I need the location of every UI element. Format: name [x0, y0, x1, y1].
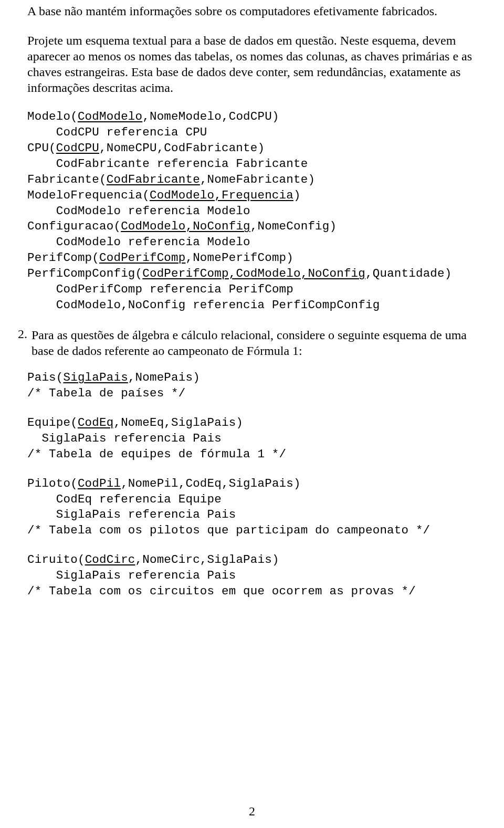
code-line: Pais(SiglaPais,NomePais): [27, 371, 200, 384]
primary-key: CodPerifComp: [99, 251, 185, 265]
list-item-2: 2. Para as questões de álgebra e cálculo…: [12, 327, 477, 359]
schema-block-1: Modelo(CodModelo,NomeModelo,CodCPU) CodC…: [27, 109, 477, 313]
code-line: /* Tabela de países */: [27, 386, 185, 400]
code-line: Configuracao(CodModelo,NoConfig,NomeConf…: [27, 219, 337, 233]
paragraph-1: A base não mantém informações sobre os c…: [27, 3, 477, 19]
code-line: Fabricante(CodFabricante,NomeFabricante): [27, 173, 315, 186]
code-line: SiglaPais referencia Pais: [27, 432, 222, 445]
primary-key: CodModelo: [78, 110, 142, 123]
code-line: PerfiCompConfig(CodPerifComp,CodModelo,N…: [27, 267, 452, 280]
code-line: /* Tabela com os circuitos em que ocorre…: [27, 584, 416, 598]
code-line: /* Tabela de equipes de fórmula 1 */: [27, 447, 286, 461]
list-item-text: Para as questões de álgebra e cálculo re…: [32, 327, 477, 359]
list-marker: 2.: [12, 327, 32, 341]
code-line: CodFabricante referencia Fabricante: [27, 157, 308, 171]
primary-key: SiglaPais: [64, 371, 128, 384]
primary-key: CodCPU: [56, 141, 99, 155]
code-line: CodEq referencia Equipe: [27, 492, 222, 506]
page: A base não mantém informações sobre os c…: [0, 0, 504, 828]
code-line: CodPerifComp referencia PerifComp: [27, 282, 293, 296]
code-line: ModeloFrequencia(CodModelo,Frequencia): [27, 188, 301, 202]
primary-key: CodCirc: [85, 553, 135, 567]
code-line: SiglaPais referencia Pais: [27, 569, 236, 582]
code-line: Equipe(CodEq,NomeEq,SiglaPais): [27, 416, 243, 429]
code-line: CPU(CodCPU,NomeCPU,CodFabricante): [27, 141, 265, 155]
page-number: 2: [0, 804, 504, 819]
code-line: CodModelo referencia Modelo: [27, 235, 250, 249]
code-line: PerifComp(CodPerifComp,NomePerifComp): [27, 251, 293, 265]
schema-block-2: Pais(SiglaPais,NomePais) /* Tabela de pa…: [27, 370, 477, 600]
primary-key: CodFabricante: [107, 173, 200, 186]
primary-key: CodModelo,Frequencia: [150, 188, 293, 202]
schema-group: Piloto(CodPil,NomePil,CodEq,SiglaPais) C…: [27, 476, 477, 539]
schema-group: Ciruito(CodCirc,NomeCirc,SiglaPais) Sigl…: [27, 552, 477, 600]
schema-group: Equipe(CodEq,NomeEq,SiglaPais) SiglaPais…: [27, 415, 477, 463]
code-line: Piloto(CodPil,NomePil,CodEq,SiglaPais): [27, 477, 301, 490]
primary-key: CodPerifComp,CodModelo,NoConfig: [142, 267, 365, 280]
code-line: SiglaPais referencia Pais: [27, 508, 236, 521]
primary-key: CodEq: [78, 416, 114, 429]
primary-key: CodModelo,NoConfig: [121, 219, 250, 233]
code-line: Ciruito(CodCirc,NomeCirc,SiglaPais): [27, 553, 279, 567]
code-line: CodModelo,NoConfig referencia PerfiCompC…: [27, 298, 380, 312]
primary-key: CodPil: [78, 477, 121, 490]
code-line: /* Tabela com os pilotos que participam …: [27, 523, 430, 537]
schema-group: Pais(SiglaPais,NomePais) /* Tabela de pa…: [27, 370, 477, 402]
code-line: CodCPU referencia CPU: [27, 125, 207, 139]
code-line: CodModelo referencia Modelo: [27, 204, 250, 218]
paragraph-2: Projete um esquema textual para a base d…: [27, 33, 477, 96]
code-line: Modelo(CodModelo,NomeModelo,CodCPU): [27, 110, 279, 123]
